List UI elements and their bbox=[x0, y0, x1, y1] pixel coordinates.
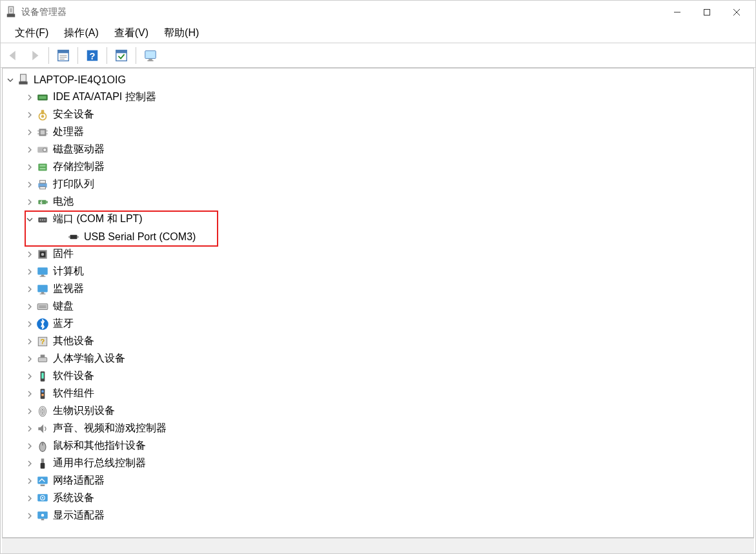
scan-button[interactable] bbox=[112, 46, 130, 65]
toolbar-separator bbox=[136, 47, 136, 64]
tree-category[interactable]: 计算机 bbox=[4, 263, 752, 280]
tree-category[interactable]: 处理器 bbox=[4, 123, 752, 141]
svg-rect-84 bbox=[41, 518, 44, 520]
chevron-right-icon[interactable] bbox=[25, 162, 35, 172]
tree-category-label: 声音、视频和游戏控制器 bbox=[53, 422, 167, 435]
tree-category[interactable]: 显示适配器 bbox=[4, 507, 752, 524]
svg-rect-46 bbox=[70, 234, 77, 239]
svg-rect-78 bbox=[37, 477, 48, 484]
svg-rect-22 bbox=[39, 96, 46, 98]
svg-point-85 bbox=[41, 513, 44, 516]
tree-root[interactable]: LAPTOP-IE4Q1OIG bbox=[4, 71, 752, 88]
tree-category[interactable]: 打印队列 bbox=[4, 176, 752, 193]
tree-category[interactable]: 鼠标和其他指针设备 bbox=[4, 437, 752, 455]
tree-category[interactable]: 人体学输入设备 bbox=[4, 350, 752, 367]
tree-category[interactable]: 监视器 bbox=[4, 280, 752, 298]
chevron-right-icon[interactable] bbox=[25, 389, 35, 399]
menu-view[interactable]: 查看(V) bbox=[107, 24, 156, 43]
svg-rect-41 bbox=[46, 201, 48, 203]
component-icon bbox=[36, 387, 49, 400]
chevron-right-icon[interactable] bbox=[25, 441, 35, 451]
back-button[interactable] bbox=[5, 46, 23, 65]
toolbar-separator bbox=[48, 47, 49, 64]
chevron-right-icon[interactable] bbox=[25, 284, 35, 294]
port-icon bbox=[36, 213, 49, 226]
tree-category[interactable]: 固件 bbox=[4, 245, 752, 263]
svg-rect-57 bbox=[40, 293, 46, 294]
monitor-icon bbox=[36, 265, 49, 278]
tree-category[interactable]: 键盘 bbox=[4, 298, 752, 315]
chevron-right-icon[interactable] bbox=[25, 197, 35, 207]
menu-file[interactable]: 文件(F) bbox=[7, 24, 56, 43]
tree-category-label: 键盘 bbox=[53, 300, 74, 313]
tree-category[interactable]: 存储控制器 bbox=[4, 158, 752, 176]
chevron-right-icon[interactable] bbox=[25, 476, 35, 486]
svg-rect-55 bbox=[37, 285, 48, 292]
menu-help[interactable]: 帮助(H) bbox=[156, 24, 207, 43]
firmware-icon bbox=[36, 248, 49, 261]
svg-point-45 bbox=[44, 219, 45, 220]
chevron-right-icon[interactable] bbox=[25, 267, 35, 277]
tree-category-label: 软件设备 bbox=[53, 369, 94, 383]
toolbar-separator bbox=[77, 47, 78, 64]
svg-rect-77 bbox=[41, 462, 45, 468]
minimize-button[interactable] bbox=[662, 2, 692, 23]
chevron-right-icon[interactable] bbox=[25, 92, 35, 103]
chevron-right-icon[interactable] bbox=[25, 180, 35, 190]
maximize-button[interactable] bbox=[692, 2, 722, 23]
tree-category[interactable]: 软件组件 bbox=[4, 385, 752, 402]
chevron-down-icon[interactable] bbox=[25, 214, 35, 225]
tree-category[interactable]: 蓝牙 bbox=[4, 315, 752, 333]
security-icon bbox=[36, 108, 49, 121]
chevron-right-icon[interactable] bbox=[25, 127, 35, 138]
tree-category[interactable]: 软件设备 bbox=[4, 367, 752, 385]
chevron-right-icon[interactable] bbox=[25, 493, 35, 504]
sound-icon bbox=[36, 422, 49, 435]
svg-rect-2 bbox=[10, 8, 12, 12]
help-button[interactable]: ? bbox=[83, 46, 101, 65]
printer-icon bbox=[36, 178, 49, 191]
chevron-right-icon[interactable] bbox=[25, 354, 35, 364]
chevron-right-icon[interactable] bbox=[25, 371, 35, 382]
svg-point-73 bbox=[42, 409, 43, 413]
disk-icon bbox=[36, 143, 49, 156]
chevron-right-icon[interactable] bbox=[25, 319, 35, 329]
tree-category[interactable]: ? 其他设备 bbox=[4, 333, 752, 350]
svg-point-82 bbox=[42, 497, 43, 498]
close-button[interactable] bbox=[722, 2, 751, 23]
chevron-right-icon[interactable] bbox=[25, 406, 35, 416]
chevron-right-icon[interactable] bbox=[25, 511, 35, 521]
tree-category-label: 网络适配器 bbox=[53, 474, 105, 487]
monitor-button[interactable] bbox=[141, 46, 159, 65]
tree-category[interactable]: 端口 (COM 和 LPT) bbox=[4, 210, 752, 228]
chevron-right-icon[interactable] bbox=[25, 424, 35, 434]
tree-category[interactable]: 声音、视频和游戏控制器 bbox=[4, 420, 752, 437]
chevron-down-icon[interactable] bbox=[5, 75, 15, 85]
device-tree[interactable]: LAPTOP-IE4Q1OIG IDE ATA/ATAPI 控制器 安全设备 处… bbox=[2, 68, 754, 538]
tree-category[interactable]: 通用串行总线控制器 bbox=[4, 455, 752, 472]
svg-rect-79 bbox=[41, 484, 45, 486]
tree-category[interactable]: 安全设备 bbox=[4, 106, 752, 123]
forward-button[interactable] bbox=[25, 46, 43, 65]
toolbar-separator bbox=[107, 47, 107, 64]
chevron-right-icon[interactable] bbox=[25, 249, 35, 260]
chevron-right-icon[interactable] bbox=[25, 110, 35, 120]
monitor-icon bbox=[36, 283, 49, 296]
properties-button[interactable] bbox=[54, 46, 72, 65]
system-icon bbox=[36, 492, 49, 505]
tree-device[interactable]: USB Serial Port (COM3) bbox=[4, 228, 752, 245]
tree-category[interactable]: 电池 bbox=[4, 193, 752, 210]
menu-action[interactable]: 操作(A) bbox=[56, 24, 106, 43]
tree-category[interactable]: 系统设备 bbox=[4, 489, 752, 507]
chevron-right-icon[interactable] bbox=[25, 336, 35, 347]
tree-category[interactable]: 生物识别设备 bbox=[4, 402, 752, 420]
tree-category[interactable]: IDE ATA/ATAPI 控制器 bbox=[4, 88, 752, 106]
svg-point-44 bbox=[42, 219, 43, 220]
chevron-right-icon[interactable] bbox=[25, 302, 35, 312]
tree-category[interactable]: 磁盘驱动器 bbox=[4, 141, 752, 158]
chevron-right-icon[interactable] bbox=[25, 145, 35, 155]
tree-category[interactable]: 网络适配器 bbox=[4, 472, 752, 489]
svg-rect-20 bbox=[19, 81, 27, 84]
chevron-right-icon[interactable] bbox=[25, 458, 35, 469]
tree-category-label: 电池 bbox=[53, 195, 74, 209]
